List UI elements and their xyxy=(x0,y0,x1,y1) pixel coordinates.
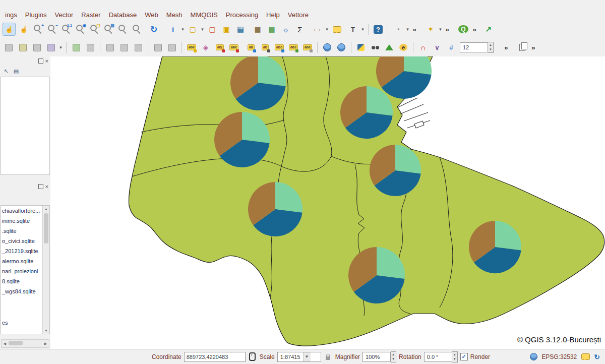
file-list[interactable]: chiavalfortore...inime.sqlite.sqliteo_ci… xyxy=(1,205,50,334)
duplicate-layer-icon[interactable] xyxy=(516,41,528,53)
label-pin2-icon[interactable]: ab xyxy=(245,41,257,53)
snapping-magnet-icon[interactable]: ∩ xyxy=(417,41,429,53)
filter-browser-icon[interactable]: ▤ xyxy=(11,66,21,76)
scroll-left-icon[interactable]: ◀ xyxy=(2,342,8,346)
python-console-icon[interactable] xyxy=(355,41,367,53)
select-dropdown[interactable]: ▾ xyxy=(200,27,205,32)
refresh-map-icon[interactable]: ↻ xyxy=(148,23,160,35)
menu-vector[interactable]: Vector xyxy=(51,10,78,20)
toolbar-overflow-2[interactable]: » xyxy=(443,26,451,33)
scroll-right-icon[interactable]: ▶ xyxy=(42,342,49,346)
step-up-icon[interactable]: ▲ xyxy=(452,352,457,357)
help-icon[interactable]: ? xyxy=(372,23,384,35)
zoom-last-icon[interactable]: ← xyxy=(116,23,129,35)
label-abc-red-icon[interactable]: abc xyxy=(228,41,240,53)
menu-processing[interactable]: Processing xyxy=(222,10,262,20)
step-down-icon[interactable]: ▼ xyxy=(452,357,457,361)
attribute-table-icon[interactable]: ▦ xyxy=(234,23,247,35)
field-calculator-icon[interactable]: ▦ xyxy=(252,23,264,35)
log-refresh-icon[interactable]: ↻ xyxy=(594,353,600,361)
select-features-icon[interactable]: ▢ xyxy=(187,23,199,35)
processing-toolbox-icon[interactable]: ☼ xyxy=(280,23,292,35)
extent-toggle-icon[interactable] xyxy=(248,352,257,361)
globe-icon-2[interactable] xyxy=(335,41,347,53)
select-by-form-icon[interactable]: ▣ xyxy=(220,23,232,35)
tracing-icon[interactable]: # xyxy=(445,41,457,53)
label-curve-icon[interactable]: abc xyxy=(287,41,299,53)
wand-icon[interactable]: ✶ xyxy=(425,23,437,35)
scrollbar-thumb[interactable] xyxy=(44,213,48,244)
undo-icon[interactable] xyxy=(152,41,164,53)
delete-selected-icon[interactable] xyxy=(84,41,96,53)
zoom-next-icon[interactable]: → xyxy=(131,23,143,35)
toolbar2-overflow-2[interactable]: » xyxy=(529,44,537,51)
identify-dropdown[interactable]: ▾ xyxy=(180,27,186,32)
label-size-spin[interactable]: 12▲▼ xyxy=(460,42,494,53)
zoom-in-icon[interactable]: + xyxy=(32,23,44,35)
menu-vettore[interactable]: Vettore xyxy=(284,10,313,20)
duplicate-features-icon[interactable] xyxy=(70,41,82,53)
step-up-icon[interactable]: ▲ xyxy=(488,43,493,47)
statistical-summary-icon[interactable]: Σ xyxy=(294,23,306,35)
measure-dropdown[interactable]: ▾ xyxy=(324,27,330,32)
menu-mmqgis[interactable]: MMQGIS xyxy=(187,10,222,20)
crs-globe-icon[interactable] xyxy=(530,353,537,360)
panel-float-icon[interactable] xyxy=(38,184,43,189)
plugin-e-icon[interactable]: e xyxy=(397,41,409,53)
menu-ings[interactable]: ings xyxy=(1,10,21,20)
label-ab-icon[interactable]: ab| xyxy=(214,41,226,53)
coordinate-input[interactable] xyxy=(184,352,246,362)
copy-style-icon[interactable] xyxy=(45,41,57,53)
snapping-options-icon[interactable]: ∨ xyxy=(431,41,443,53)
file-list-hscrollbar[interactable]: ◀ ▶ xyxy=(1,339,49,348)
menu-help[interactable]: Help xyxy=(262,10,284,20)
geoservice-dropdown[interactable]: ▾ xyxy=(405,27,410,32)
scale-combo[interactable]: 1:87415 ▼ xyxy=(277,352,321,362)
menu-mesh[interactable]: Mesh xyxy=(162,10,187,20)
file-list-vscrollbar[interactable]: ▲ ▼ xyxy=(42,206,49,334)
render-checkbox[interactable]: ✓ xyxy=(460,353,468,360)
step-down-icon[interactable]: ▼ xyxy=(391,357,396,361)
panel-float-icon[interactable] xyxy=(38,58,43,64)
menu-web[interactable]: Web xyxy=(141,10,162,20)
menu-raster[interactable]: Raster xyxy=(77,10,104,20)
cut-features-icon[interactable] xyxy=(104,41,116,53)
layer-labeling-icon[interactable]: abc xyxy=(186,41,198,53)
label-eye-icon[interactable]: ab xyxy=(259,41,271,53)
identify-features-icon[interactable]: i xyxy=(167,23,179,35)
share-icon[interactable]: ↗ xyxy=(482,23,495,35)
map-tips-icon[interactable] xyxy=(331,23,343,35)
messages-icon[interactable] xyxy=(581,352,590,361)
paste-features-icon[interactable] xyxy=(132,41,144,53)
style-dropdown[interactable]: ▾ xyxy=(58,45,64,50)
scroll-down-icon[interactable]: ▼ xyxy=(44,327,48,334)
toolbar-overflow-1[interactable]: » xyxy=(410,26,418,33)
toggle-editing-icon[interactable] xyxy=(17,41,29,53)
epsg-label[interactable]: EPSG:32532 xyxy=(541,353,577,360)
panel-close-icon[interactable]: × xyxy=(45,184,48,189)
zoom-to-selection-icon[interactable]: ▢ xyxy=(88,23,100,35)
wand-dropdown[interactable]: ▾ xyxy=(438,27,443,32)
deselect-features-icon[interactable]: ▢ xyxy=(206,23,218,35)
globe-icon-1[interactable] xyxy=(321,41,333,53)
zoom-out-icon[interactable]: − xyxy=(46,23,58,35)
rotation-spin[interactable]: 0.0 ° ▲▼ xyxy=(424,351,458,362)
toolbar2-overflow-1[interactable]: » xyxy=(502,44,510,51)
label-move-icon[interactable]: abc xyxy=(273,41,285,53)
panel-close-icon[interactable]: × xyxy=(45,58,48,64)
scroll-up-icon[interactable]: ▲ xyxy=(44,206,48,212)
collapse-all-icon[interactable]: ↖ xyxy=(1,66,11,76)
chevron-down-icon[interactable]: ▼ xyxy=(303,352,311,361)
pan-to-selection-icon[interactable]: ☝ xyxy=(18,23,30,35)
zoom-native-icon[interactable]: 1:1 xyxy=(60,23,72,35)
pan-map-icon[interactable]: ☝ xyxy=(3,23,16,36)
label-pin-icon[interactable]: ◈ xyxy=(200,41,212,53)
measure-icon[interactable]: ▭ xyxy=(311,23,323,35)
zoom-to-layer-icon[interactable]: ▤ xyxy=(102,23,114,35)
magnifier-spin[interactable]: 100% ▲▼ xyxy=(362,351,396,362)
dem-terrain-icon[interactable] xyxy=(383,41,395,53)
redo-icon[interactable] xyxy=(166,41,178,53)
menu-plugins[interactable]: Plugins xyxy=(21,10,51,20)
layer-tree[interactable] xyxy=(1,77,50,175)
metasearch-icon[interactable]: Q xyxy=(457,23,469,35)
